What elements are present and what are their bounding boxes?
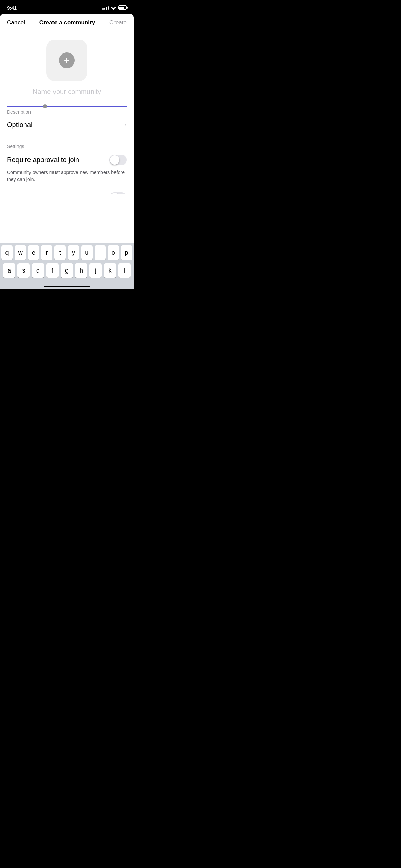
- avatar-upload-button[interactable]: +: [46, 40, 87, 81]
- keyboard-row-2: asdfghjkl: [1, 263, 132, 278]
- home-indicator: [44, 286, 90, 287]
- description-section-label: Description: [7, 107, 127, 116]
- create-button[interactable]: Create: [109, 19, 127, 26]
- community-name-input[interactable]: [7, 88, 127, 98]
- chevron-right-icon: ›: [125, 121, 127, 129]
- avatar-section: +: [7, 32, 127, 88]
- approval-toggle[interactable]: [109, 155, 127, 165]
- battery-icon: [118, 5, 127, 10]
- settings-section: Settings Require approval to join Commun…: [7, 134, 127, 194]
- cursor-dot: [43, 104, 47, 108]
- key-s[interactable]: s: [17, 263, 30, 278]
- key-k[interactable]: k: [104, 263, 116, 278]
- input-underline: [7, 106, 127, 107]
- visibility-setting-row: Visibility: [7, 188, 127, 194]
- settings-section-label: Settings: [7, 141, 127, 150]
- key-i[interactable]: i: [95, 245, 106, 260]
- key-l[interactable]: l: [118, 263, 131, 278]
- name-input-wrapper: [7, 88, 127, 98]
- cancel-button[interactable]: Cancel: [7, 19, 25, 26]
- approval-label: Require approval to join: [7, 156, 79, 164]
- wifi-icon: [111, 5, 116, 10]
- description-section: Description Optional ›: [7, 107, 127, 134]
- approval-setting-row: Require approval to join: [7, 150, 127, 169]
- keyboard-row-1: qwertyuiop: [1, 245, 132, 260]
- key-u[interactable]: u: [81, 245, 93, 260]
- toggle-knob-visibility: [110, 193, 119, 194]
- description-value: Optional: [7, 121, 33, 129]
- status-icons: [102, 5, 127, 10]
- key-o[interactable]: o: [108, 245, 119, 260]
- key-f[interactable]: f: [46, 263, 59, 278]
- page-title: Create a community: [39, 19, 95, 26]
- add-photo-icon: +: [59, 52, 75, 68]
- key-a[interactable]: a: [3, 263, 15, 278]
- key-p[interactable]: p: [121, 245, 132, 260]
- description-row[interactable]: Optional ›: [7, 116, 127, 134]
- signal-icon: [102, 5, 109, 10]
- modal-sheet: Cancel Create a community Create + Descr…: [0, 14, 134, 289]
- key-w[interactable]: w: [15, 245, 26, 260]
- status-time: 9:41: [7, 5, 17, 11]
- key-e[interactable]: e: [28, 245, 39, 260]
- visibility-label: Visibility: [7, 194, 32, 194]
- key-t[interactable]: t: [54, 245, 66, 260]
- keyboard: qwertyuiop asdfghjkl: [0, 243, 134, 289]
- key-y[interactable]: y: [68, 245, 79, 260]
- content-area: + Description Optional › Settings Requir…: [0, 32, 134, 194]
- key-j[interactable]: j: [89, 263, 102, 278]
- toggle-knob: [110, 155, 119, 165]
- key-g[interactable]: g: [61, 263, 73, 278]
- name-section: [7, 88, 127, 107]
- status-bar: 9:41: [0, 0, 134, 15]
- approval-description: Community owners must approve new member…: [7, 169, 127, 188]
- key-d[interactable]: d: [32, 263, 44, 278]
- key-q[interactable]: q: [1, 245, 13, 260]
- key-r[interactable]: r: [41, 245, 52, 260]
- visibility-toggle[interactable]: [109, 192, 127, 194]
- svg-point-0: [113, 9, 114, 10]
- key-h[interactable]: h: [75, 263, 87, 278]
- nav-bar: Cancel Create a community Create: [0, 14, 134, 32]
